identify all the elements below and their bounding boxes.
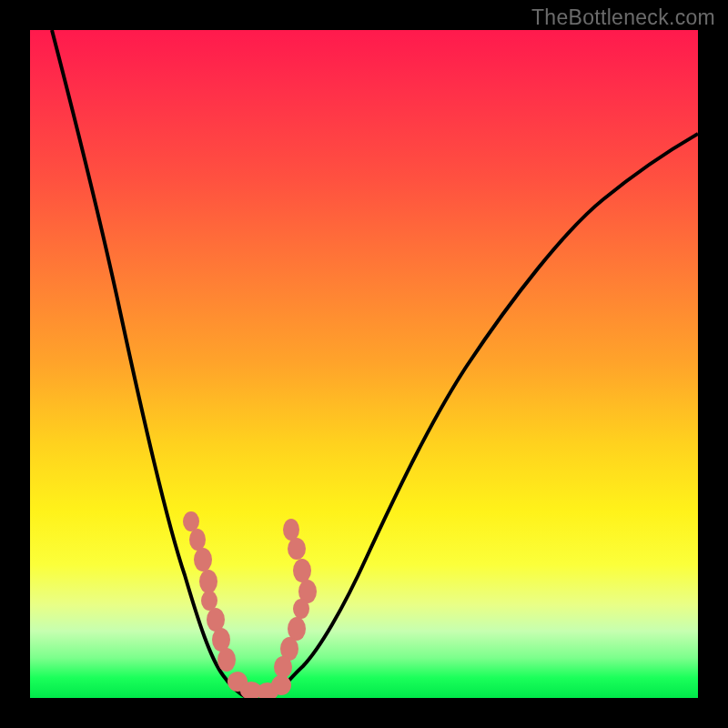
svg-point-7	[217, 648, 236, 672]
plot-area	[30, 30, 698, 698]
svg-point-8	[283, 519, 299, 541]
svg-point-15	[274, 656, 292, 678]
svg-point-1	[189, 529, 206, 551]
svg-point-0	[183, 511, 199, 531]
svg-point-19	[271, 675, 291, 695]
dot-cluster-bottom	[228, 672, 291, 698]
svg-point-9	[288, 538, 306, 560]
svg-point-2	[194, 548, 212, 571]
curve-right-branch	[271, 134, 698, 698]
svg-point-10	[293, 559, 311, 582]
svg-point-3	[199, 570, 217, 593]
svg-point-12	[293, 599, 309, 619]
svg-point-4	[201, 591, 217, 611]
watermark-text: TheBottleneck.com	[531, 5, 715, 30]
curve-left-branch	[52, 30, 248, 698]
bottleneck-curve	[30, 30, 698, 698]
chart-frame: TheBottleneck.com	[0, 0, 728, 728]
dot-cluster-right	[274, 519, 317, 678]
